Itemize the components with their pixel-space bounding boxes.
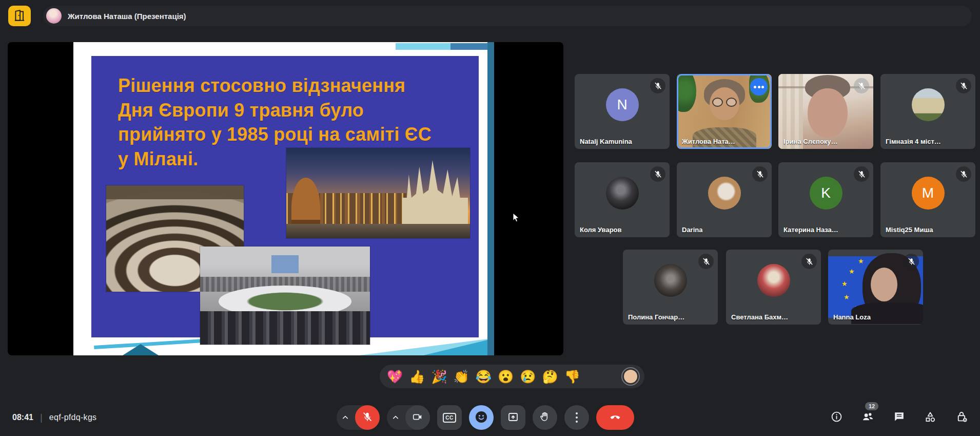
participants-panel-wrap: 12 <box>861 410 875 425</box>
lock-icon <box>955 410 969 425</box>
app-icon-button[interactable] <box>8 6 31 26</box>
photo-decor <box>291 178 320 225</box>
google-meet-window: Житлова Наташа (Презентація) Рішення сто… <box>0 0 980 436</box>
camera-button[interactable] <box>405 405 430 430</box>
meeting-info: 08:41 | eqf-pfdq-kgs <box>12 405 96 430</box>
mic-off-icon <box>801 254 817 269</box>
host-controls-button[interactable] <box>955 410 969 425</box>
participant-tile[interactable]: Гімназія 4 міст… <box>880 74 975 149</box>
presenter-avatar <box>46 8 62 24</box>
video-decor <box>677 74 696 112</box>
participant-tile[interactable]: Ірина Слєпоку… <box>778 74 873 149</box>
present-screen-button[interactable] <box>501 405 525 430</box>
avatar <box>708 177 741 210</box>
eu-star: ★ <box>858 257 864 265</box>
mic-options-chevron[interactable] <box>337 405 354 430</box>
mic-off-icon <box>650 166 665 182</box>
reaction-thumbs-down[interactable]: 👎 <box>564 370 580 383</box>
participant-tile[interactable]: K Катерина Наза… <box>778 162 873 237</box>
shared-slide: Рішення стосовно відзначення Дня Європи … <box>73 42 494 355</box>
participant-name: Гімназія 4 міст… <box>886 138 941 145</box>
participant-name: Ірина Слєпоку… <box>783 138 838 145</box>
participant-tile[interactable]: Светлана Бахм… <box>726 250 821 325</box>
reactions-toggle-button[interactable] <box>469 405 494 430</box>
participant-name: Mistiq25 Миша <box>886 226 933 234</box>
eu-star: ★ <box>849 268 855 275</box>
avatar <box>912 88 945 121</box>
more-options-icon <box>576 412 578 423</box>
hand-icon <box>539 411 551 425</box>
reaction-joy[interactable]: 😂 <box>476 370 492 383</box>
camera-options-chevron[interactable] <box>387 405 404 430</box>
slide-accent <box>396 43 450 50</box>
participant-tile[interactable]: Darina <box>677 162 772 237</box>
avatar: K <box>810 177 842 210</box>
participant-name: Natalj Kamunina <box>580 138 632 145</box>
mic-control-group <box>337 405 380 430</box>
slide-accent <box>487 42 494 355</box>
smiley-icon <box>474 410 488 426</box>
chat-panel-button[interactable] <box>893 410 906 425</box>
summit-photo <box>200 247 370 345</box>
meeting-details-button[interactable] <box>830 410 843 425</box>
participant-tile[interactable]: M Mistiq25 Миша <box>880 162 975 237</box>
mic-off-icon <box>854 166 869 182</box>
presenter-name: Житлова Наташа (Презентація) <box>68 12 186 21</box>
avatar: M <box>912 177 945 210</box>
participant-tile-active-speaker[interactable]: Житлова Ната… <box>677 74 772 149</box>
milan-photo <box>286 148 470 238</box>
captions-button[interactable]: CC <box>437 405 462 430</box>
video-decor <box>710 87 739 120</box>
mouse-cursor <box>513 213 521 223</box>
participant-name: Коля Уваров <box>580 226 622 234</box>
participants-panel-button[interactable] <box>861 410 875 425</box>
end-call-icon <box>609 410 622 425</box>
skin-tone-selector[interactable] <box>624 370 637 383</box>
raise-hand-button[interactable] <box>533 405 557 430</box>
participant-name: Hanna Loza <box>833 313 871 321</box>
slide-accent <box>450 43 487 50</box>
info-icon <box>830 410 843 425</box>
mic-off-icon <box>362 411 373 424</box>
call-controls: CC <box>337 405 634 430</box>
more-options-button[interactable] <box>564 405 589 430</box>
reaction-heart[interactable]: 💖 <box>387 370 403 383</box>
photo-decor <box>200 311 370 345</box>
eu-star: ★ <box>841 280 848 288</box>
reaction-clap[interactable]: 👏 <box>454 370 469 383</box>
mic-off-icon <box>752 166 768 182</box>
reactions-bar: 💖 👍 🎉 👏 😂 😮 😢 🤔 👎 <box>380 365 644 388</box>
video-decor <box>871 268 897 301</box>
avatar <box>654 264 687 297</box>
eu-star: ★ <box>844 293 850 301</box>
participant-tile[interactable]: N Natalj Kamunina <box>575 74 670 149</box>
participant-name: Darina <box>682 226 702 234</box>
participant-tile[interactable]: ★ ★ ★ ★ ★ ★ Hanna Loza <box>828 250 923 325</box>
end-call-button[interactable] <box>596 405 634 430</box>
mic-mute-button[interactable] <box>355 405 380 430</box>
mic-off-icon <box>650 78 665 93</box>
participant-tile[interactable]: Полина Гончар… <box>623 250 718 325</box>
reaction-party[interactable]: 🎉 <box>431 370 447 383</box>
avatar <box>757 264 790 297</box>
audio-speaking-indicator <box>750 78 768 96</box>
activities-button[interactable] <box>924 410 937 425</box>
reaction-thumbs-up[interactable]: 👍 <box>409 370 425 383</box>
presentation-tile[interactable]: Рішення стосовно відзначення Дня Європи … <box>8 42 563 355</box>
avatar: N <box>606 88 639 121</box>
camera-icon <box>412 411 423 424</box>
activities-icon <box>924 410 937 425</box>
mic-off-icon <box>904 254 919 269</box>
participant-tile[interactable]: Коля Уваров <box>575 162 670 237</box>
reaction-thinking[interactable]: 🤔 <box>542 370 558 383</box>
captions-icon: CC <box>443 413 456 423</box>
participant-name: Житлова Ната… <box>682 138 735 145</box>
participant-name: Катерина Наза… <box>783 226 838 234</box>
presenting-banner: Житлова Наташа (Презентація) <box>43 6 972 26</box>
mic-off-icon <box>698 254 714 269</box>
reaction-cry[interactable]: 😢 <box>520 370 536 383</box>
reaction-wow[interactable]: 😮 <box>498 370 514 383</box>
mic-off-icon <box>854 78 869 93</box>
avatar <box>606 177 639 210</box>
present-icon <box>507 411 519 425</box>
